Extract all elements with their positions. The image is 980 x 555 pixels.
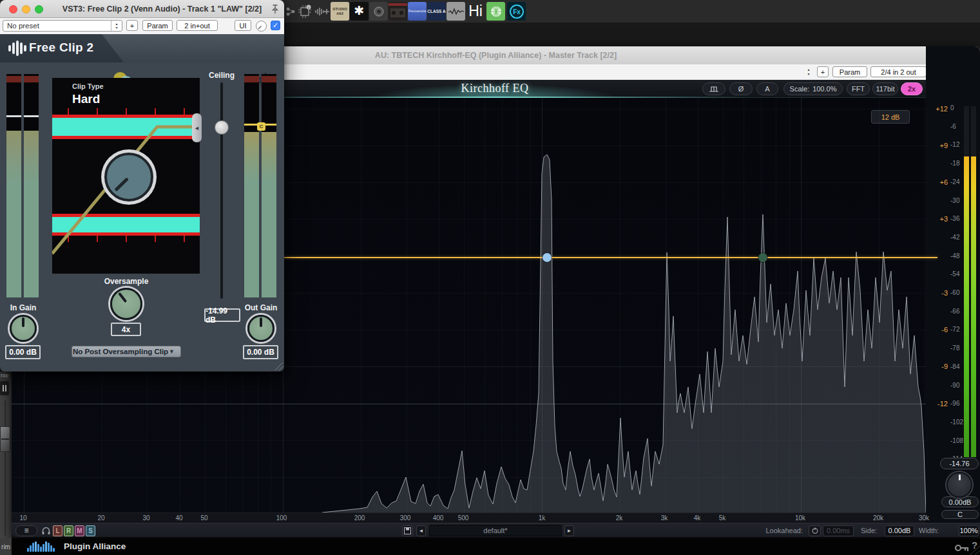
freq-tick-label: 40 [175,514,182,522]
rack-plugin-icon[interactable] [389,2,407,21]
freq-tick-label: 400 [433,514,444,522]
output-gain-knob[interactable] [946,472,972,498]
width-value[interactable]: 100% [959,525,979,536]
chip-icon[interactable]: i [297,2,312,21]
lookahead-power-icon[interactable] [809,525,821,536]
frecuencia-plugin-icon[interactable]: Frecuencia [408,2,427,21]
knob-plugin-icon[interactable] [369,2,388,21]
freq-tick-label: 3k [661,514,668,522]
scale-label: Scale: [790,85,810,93]
class-a-plugin-icon[interactable]: CLASS A [427,2,446,21]
channel-mode-button[interactable]: C [941,510,979,519]
waveform-plus-icon[interactable] [314,2,330,21]
minimize-button[interactable] [22,5,30,14]
fc-titlebar[interactable]: VST3: Free Clip 2 (Venn Audio) - Track 1… [0,0,284,18]
side-label: Side: [861,527,877,534]
add-preset-button[interactable]: + [126,20,138,31]
threshold-handle[interactable]: ◄ [192,113,202,142]
menu-button[interactable]: ≡ [15,525,37,536]
freq-axis: 10203040501002003004005001k2k3k4k5k10k20… [12,513,926,523]
close-button[interactable] [9,5,17,14]
post-clip-dropdown[interactable]: No Post Oversampling Clip ▼ [72,346,181,357]
oversample-value[interactable]: 4x [111,323,141,336]
fft-button[interactable]: FFT [847,82,870,95]
lookahead-value[interactable]: 0.00ms [823,525,854,536]
preset-stepper[interactable]: ▴▾ [111,21,122,31]
share-icon[interactable] [285,2,296,21]
bit-depth-button[interactable]: 117bit [872,82,898,95]
fc-plugin-title: Free Clip 2 [29,41,93,55]
out-meter-left [244,74,259,297]
chevron-down-icon: ▼ [169,348,180,355]
phase-invert-button[interactable]: Ø [729,82,753,95]
io-config-button[interactable]: 2 in+out [177,20,218,31]
plugin-alliance-label: Plugin Alliance [64,541,126,551]
preset-stepper[interactable]: ▴▾ [803,66,814,77]
out-gain-knob[interactable] [247,315,274,342]
zoom-button[interactable] [35,5,43,14]
save-preset-icon[interactable] [402,525,413,536]
freq-tick-label: 30 [142,514,149,522]
prev-preset-button[interactable]: ◄ [416,525,426,536]
in-gain-knob[interactable] [10,315,37,342]
pin-icon[interactable] [271,4,279,17]
clip-type-label: Clip Type [72,82,104,90]
freq-tick-label: 10 [19,514,26,522]
channel-button-M[interactable]: M [75,525,84,536]
daw-channel-strip: nte [0,372,12,538]
meter-peak-readout[interactable]: -14.76 [940,458,979,469]
dial-icon[interactable] [255,20,267,35]
fc-presetbar: No preset ▴▾ + Param 2 in+out UI ✓ [0,18,284,35]
plugin-alliance-logo-icon [27,541,55,552]
scale-button[interactable]: Scale: 100.0% [783,82,843,95]
fader-handle[interactable] [0,426,10,452]
piano-display-button[interactable] [702,82,725,95]
preset-name: No preset [3,22,111,30]
in-gain-label: In Gain [4,303,43,312]
channel-button-S[interactable]: S [86,525,95,536]
output-gain-readout[interactable]: 0.00dB [941,496,979,507]
side-value[interactable]: 0.00dB [885,525,914,536]
eq-band-node[interactable] [543,253,552,262]
add-preset-button[interactable]: + [817,66,829,77]
out-gain-value[interactable]: 0.00 dB [243,345,278,359]
spiral-plugin-icon[interactable] [486,2,505,21]
swirl-plugin-icon[interactable]: ✱ [350,2,369,21]
fx-plugin-icon[interactable]: Fx [507,2,526,21]
channel-button-R[interactable]: R [64,525,73,536]
enable-checkbox[interactable]: ✓ [271,21,280,30]
param-button[interactable]: Param [832,66,867,77]
eq-bottom-bar: ≡ LRMS ◄ default* ► Lookahead: 0.00ms Si… [12,523,980,537]
studio-a62-plugin-icon[interactable]: STUDIO A62 [331,2,349,21]
preset-combo[interactable]: No preset ▴▾ [3,20,122,32]
io-config-button[interactable]: 2/4 in 2 out [870,66,927,77]
param-button[interactable]: Param [142,20,173,31]
oversampling-button[interactable]: 2x [901,82,923,95]
in-meter-right [24,74,39,297]
ab-compare-button[interactable]: A [756,82,778,95]
channel-io-icon[interactable] [0,381,9,395]
ceiling-slider-handle[interactable] [215,120,229,135]
preset-name-field[interactable]: default* [429,525,562,536]
db-range-selector[interactable]: 12 dB [871,110,910,124]
clip-shape-knob[interactable] [104,153,153,202]
hi-app-label[interactable]: Hi [465,2,486,21]
width-label: Width: [919,527,939,534]
ceiling-value[interactable]: -14.99 dB [204,308,240,322]
in-gain-value[interactable]: 0.00 dB [5,345,41,359]
oversample-knob[interactable] [110,288,142,320]
channel-button-L[interactable]: L [53,525,62,536]
eq-band-node[interactable] [758,253,767,262]
headphones-icon[interactable] [41,526,51,537]
resize-corner[interactable] [965,545,980,555]
out-meter-right [262,74,276,297]
resize-corner[interactable] [274,361,283,370]
freq-tick-label: 5k [719,514,726,522]
next-preset-button[interactable]: ► [564,525,574,536]
ui-button[interactable]: UI [235,20,251,31]
freq-tick-label: 20 [97,514,104,522]
scribble-plugin-icon[interactable] [447,2,465,21]
clip-type-value[interactable]: Hard [72,92,100,106]
ceiling-slider-track[interactable] [220,82,223,299]
free-clip-window: VST3: Free Clip 2 (Venn Audio) - Track 1… [0,0,284,372]
